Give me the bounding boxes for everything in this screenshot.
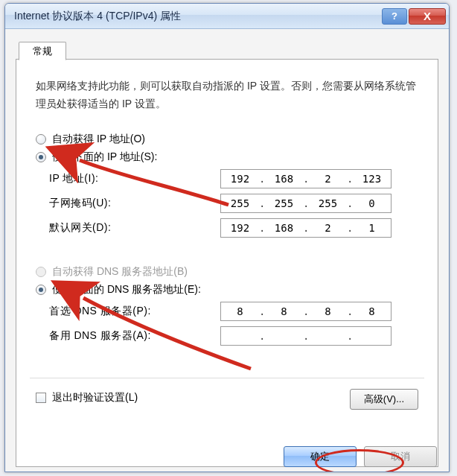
- radio-label: 自动获得 IP 地址(O): [52, 133, 145, 146]
- tabstrip: 常规: [16, 39, 438, 59]
- radio-auto-ip[interactable]: 自动获得 IP 地址(O): [36, 133, 418, 146]
- radio-manual-ip[interactable]: 使用下面的 IP 地址(S):: [36, 150, 418, 164]
- alternate-dns-input[interactable]: . . .: [220, 326, 392, 346]
- advanced-button[interactable]: 高级(V)...: [350, 389, 418, 410]
- radio-icon: [36, 267, 46, 277]
- field-label: IP 地址(I):: [49, 172, 220, 185]
- checkbox-label: 退出时验证设置(L): [52, 391, 138, 404]
- ip-address-row: IP 地址(I): 192. 168. 2. 123: [36, 169, 418, 188]
- field-label: 子网掩码(U):: [49, 197, 220, 210]
- validate-checkbox[interactable]: 退出时验证设置(L): [36, 391, 350, 404]
- radio-label: 使用下面的 IP 地址(S):: [52, 150, 157, 164]
- subnet-mask-row: 子网掩码(U): 255. 255. 255. 0: [36, 194, 418, 213]
- ip-address-input[interactable]: 192. 168. 2. 123: [220, 169, 392, 188]
- client-area: 常规 如果网络支持此功能，则可以获取自动指派的 IP 设置。否则，您需要从网络系…: [5, 29, 449, 472]
- checkbox-icon: [36, 393, 46, 403]
- dialog-window: Internet 协议版本 4 (TCP/IPv4) 属性 ? X 常规 如果网…: [4, 3, 450, 472]
- close-button[interactable]: X: [409, 8, 446, 25]
- field-label: 备用 DNS 服务器(A):: [49, 329, 220, 343]
- field-label: 首选 DNS 服务器(P):: [49, 305, 220, 318]
- gateway-input[interactable]: 192. 168. 2. 1: [220, 218, 392, 238]
- radio-label: 使用下面的 DNS 服务器地址(E):: [52, 283, 201, 296]
- cancel-button[interactable]: 取消: [364, 446, 437, 467]
- divider: [30, 378, 424, 378]
- gateway-row: 默认网关(D): 192. 168. 2. 1: [36, 218, 418, 238]
- subnet-mask-input[interactable]: 255. 255. 255. 0: [220, 194, 392, 213]
- radio-icon: [36, 134, 46, 145]
- ok-button[interactable]: 确定: [284, 446, 357, 467]
- window-title: Internet 协议版本 4 (TCP/IPv4) 属性: [14, 10, 380, 23]
- general-panel: 如果网络支持此功能，则可以获取自动指派的 IP 设置。否则，您需要从网络系统管理…: [16, 59, 438, 467]
- preferred-dns-row: 首选 DNS 服务器(P): 8. 8. 8. 8: [36, 302, 418, 321]
- dialog-buttons: 确定 取消: [284, 446, 437, 467]
- help-button[interactable]: ?: [382, 8, 407, 25]
- field-label: 默认网关(D):: [49, 221, 220, 235]
- radio-auto-dns: 自动获得 DNS 服务器地址(B): [36, 265, 418, 279]
- radio-label: 自动获得 DNS 服务器地址(B): [52, 265, 188, 279]
- radio-icon: [36, 152, 46, 162]
- description-text: 如果网络支持此功能，则可以获取自动指派的 IP 设置。否则，您需要从网络系统管理…: [36, 77, 418, 113]
- alternate-dns-row: 备用 DNS 服务器(A): . . .: [36, 326, 418, 346]
- radio-manual-dns[interactable]: 使用下面的 DNS 服务器地址(E):: [36, 283, 418, 296]
- tab-general[interactable]: 常规: [19, 42, 66, 60]
- titlebar: Internet 协议版本 4 (TCP/IPv4) 属性 ? X: [5, 4, 449, 29]
- radio-icon: [36, 285, 46, 295]
- preferred-dns-input[interactable]: 8. 8. 8. 8: [220, 302, 392, 321]
